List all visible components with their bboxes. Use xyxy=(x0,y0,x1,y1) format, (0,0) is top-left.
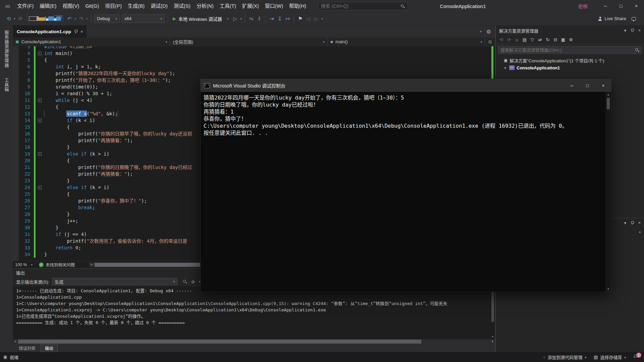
breakpoint-margin[interactable] xyxy=(13,83,19,90)
se-forward-icon[interactable]: ⟳ xyxy=(505,37,513,42)
breakpoint-margin[interactable] xyxy=(13,197,19,204)
new-project-icon[interactable] xyxy=(29,16,37,21)
output-text-area[interactable]: 1>------ 已启动生成: 项目: ConsoleApplication1,… xyxy=(13,286,495,339)
output-line[interactable]: 1>C:\Users\computer young\Desktop\Consol… xyxy=(16,300,488,307)
fold-toggle[interactable]: − xyxy=(36,150,44,157)
tree-item-project[interactable]: ▾++ConsoleApplication1 xyxy=(496,64,644,71)
se-back-icon[interactable]: ⟲ xyxy=(498,37,505,42)
breakpoint-margin[interactable] xyxy=(13,117,19,124)
se-switch-views-icon[interactable]: ▤ xyxy=(521,37,528,42)
fold-toggle[interactable]: − xyxy=(36,184,44,191)
menu-item-7[interactable]: 调试(D) xyxy=(148,0,171,12)
zoom-dropdown[interactable]: 100 % ▾ xyxy=(13,262,35,267)
step-into-icon[interactable]: ↧ xyxy=(276,14,284,23)
run-options-caret-icon[interactable]: ▾ xyxy=(239,14,243,23)
console-output-area[interactable]: 猜猜2022年四月哪一天是你的lucky day开始了，你有三次机会，猜吧（1~… xyxy=(201,92,611,292)
clear-output-icon[interactable]: ⊘ xyxy=(191,279,195,284)
split-editor-icon[interactable]: ⊟ xyxy=(485,38,495,46)
open-folder-icon[interactable] xyxy=(37,17,45,21)
breakpoint-margin[interactable] xyxy=(13,218,19,224)
breakpoint-margin[interactable] xyxy=(13,144,19,150)
code-text[interactable]: printf("猜猜2022年四月哪一天是你的lucky day"); xyxy=(44,70,495,77)
breakpoint-margin[interactable] xyxy=(13,137,19,144)
se-collapse-all-icon[interactable]: ⊟ xyxy=(552,37,559,42)
save-icon[interactable] xyxy=(45,16,53,21)
se-properties-icon[interactable]: ⚙ xyxy=(567,37,575,42)
maximize-button[interactable]: □ xyxy=(613,0,629,12)
scrollbar-thumb[interactable] xyxy=(491,292,494,322)
scroll-left-icon[interactable]: ◄ xyxy=(13,339,17,344)
prev-bookmark-icon[interactable]: ◁ xyxy=(304,14,312,23)
breakpoint-margin[interactable] xyxy=(13,204,19,211)
breakpoint-margin[interactable] xyxy=(13,191,19,197)
toolbar-overflow-icon[interactable]: ▾ xyxy=(320,14,324,23)
se-sync-with-active-document-icon[interactable]: ⇄ xyxy=(536,37,544,42)
close-icon[interactable]: × xyxy=(638,28,641,33)
output-source-dropdown[interactable]: 生成 ▾ xyxy=(52,278,177,285)
breakpoint-margin[interactable] xyxy=(13,50,19,57)
menu-item-6[interactable]: 生成(B) xyxy=(125,0,148,12)
breakpoint-margin[interactable] xyxy=(13,211,19,218)
breakpoint-margin[interactable] xyxy=(13,70,19,77)
breakpoint-margin[interactable] xyxy=(13,104,19,110)
add-to-source-control-button[interactable]: ↑ 添加到源代码管理 ▴ xyxy=(543,354,586,360)
solution-explorer-search-box[interactable] xyxy=(498,46,642,54)
menu-item-8[interactable]: 测试(S) xyxy=(171,0,194,12)
solution-explorer-search-input[interactable] xyxy=(500,48,633,53)
fold-toggle[interactable]: − xyxy=(36,117,44,124)
breakpoint-margin[interactable] xyxy=(13,97,19,104)
platform-dropdown[interactable]: x64▾ xyxy=(122,14,165,23)
nav-back-icon[interactable]: ⟲ xyxy=(5,14,13,23)
window-menu-chevron-icon[interactable]: ▾ xyxy=(624,221,626,225)
output-line[interactable]: 1>已完成生成项目“ConsoleApplication1.vcxproj”的操… xyxy=(16,313,488,319)
breakpoint-margin[interactable] xyxy=(13,110,19,117)
output-line[interactable]: 1>ConsoleApplication1.cpp xyxy=(16,294,488,300)
notifications-button[interactable]: 1 xyxy=(633,354,639,360)
menu-item-5[interactable]: 项目(P) xyxy=(102,0,125,12)
console-vertical-scrollbar[interactable]: ▲ ▼ xyxy=(605,92,611,292)
close-tab-icon[interactable]: × xyxy=(80,29,83,34)
menu-item-10[interactable]: 工具(T) xyxy=(217,0,239,12)
scroll-down-icon[interactable]: ▼ xyxy=(605,286,611,292)
menu-item-12[interactable]: 窗口(W) xyxy=(262,0,286,12)
save-all-icon[interactable] xyxy=(53,16,61,21)
debug-console-window[interactable]: C:\ Microsoft Visual Studio 调试控制台 ─ □ × … xyxy=(201,79,611,292)
nav-forward-icon[interactable]: ⟳ xyxy=(16,14,24,23)
breakpoint-margin[interactable] xyxy=(13,77,19,83)
breakpoint-margin[interactable] xyxy=(13,251,19,258)
breakpoint-margin[interactable] xyxy=(13,150,19,157)
minimize-button[interactable]: ─ xyxy=(598,0,613,12)
code-text[interactable]: #include <time.h> xyxy=(44,46,495,50)
menu-item-2[interactable]: 编辑(E) xyxy=(37,0,59,12)
tree-item-solution[interactable]: ▣解决方案“ConsoleApplication1”(1 个项目/共 1 个) xyxy=(496,57,644,64)
console-minimize-button[interactable]: ─ xyxy=(564,79,580,92)
fold-toggle[interactable]: − xyxy=(36,50,44,57)
scroll-right-icon[interactable]: ► xyxy=(490,339,495,344)
output-horizontal-scrollbar[interactable]: ◄ ► xyxy=(13,339,495,344)
configuration-dropdown[interactable]: Debug▾ xyxy=(94,14,120,23)
break-all-icon[interactable]: ‖ xyxy=(255,14,263,23)
scroll-up-icon[interactable]: ▲ xyxy=(605,92,611,97)
undo-caret-icon[interactable]: ▾ xyxy=(73,14,77,23)
breadcrumb-member-dropdown[interactable]: ◆ main() ▾ xyxy=(328,38,485,46)
active-files-dropdown-icon[interactable]: ▾ xyxy=(480,30,482,33)
bookmark-icon[interactable]: ⚑ xyxy=(296,14,304,23)
output-line[interactable]: ========== 生成: 成功 1 个，失败 0 个，最新 0 个，跳过 0… xyxy=(16,319,488,326)
scrollbar-thumb[interactable] xyxy=(18,340,421,344)
send-feedback-icon[interactable] xyxy=(632,17,636,20)
breakpoint-margin[interactable] xyxy=(13,63,19,70)
pin-icon[interactable] xyxy=(631,28,634,33)
redo-caret-icon[interactable]: ▾ xyxy=(85,14,89,23)
console-close-button[interactable]: × xyxy=(595,79,611,92)
breakpoint-margin[interactable] xyxy=(13,184,19,191)
chevron-down-icon[interactable]: ▾ xyxy=(639,230,641,234)
quick-search-input[interactable] xyxy=(321,3,398,9)
breakpoint-margin[interactable] xyxy=(13,177,19,184)
output-line[interactable]: 1>ConsoleApplication1.vcxproj -> C:\User… xyxy=(16,307,488,313)
breakpoint-margin[interactable] xyxy=(13,130,19,137)
se-show-all-files-icon[interactable]: ▦ xyxy=(559,37,567,42)
breakpoint-margin[interactable] xyxy=(13,124,19,130)
document-tab-active[interactable]: ConsoleApplication1.cpp × xyxy=(13,25,87,38)
console-titlebar[interactable]: C:\ Microsoft Visual Studio 调试控制台 ─ □ × xyxy=(201,79,611,92)
menu-item-11[interactable]: 扩展(X) xyxy=(239,0,262,12)
